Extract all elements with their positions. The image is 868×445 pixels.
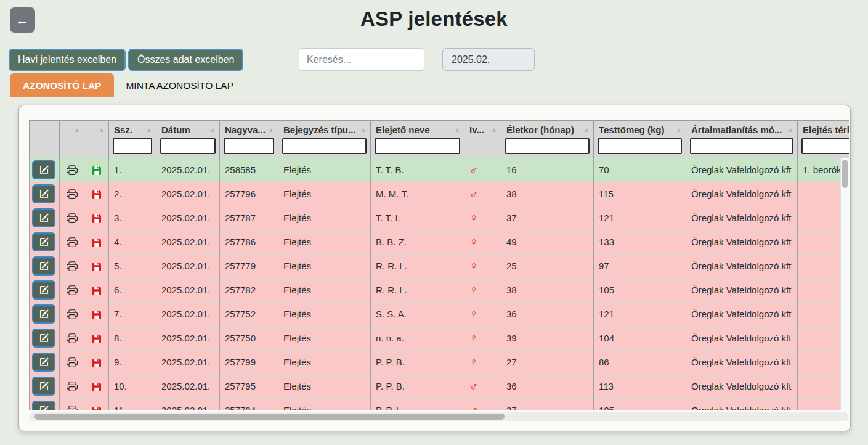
row-edit-button[interactable] xyxy=(32,256,55,276)
table-row: 4.2025.02.01.257786ElejtésB. B. Z.♀49133… xyxy=(30,230,850,254)
cell-save xyxy=(84,302,109,326)
vertical-scrollbar-thumb[interactable] xyxy=(842,160,848,188)
floppy-save-icon[interactable] xyxy=(92,212,102,223)
row-edit-button[interactable] xyxy=(32,377,55,396)
column-header-terkep[interactable]: Elejtés térké▲ xyxy=(798,121,850,138)
cell-print xyxy=(60,230,84,254)
column-header-testtomeg[interactable]: Testtömeg (kg)▲ xyxy=(594,121,686,138)
row-edit-button[interactable] xyxy=(32,232,55,251)
printer-icon[interactable] xyxy=(67,356,78,368)
report-table: ▲▲Ssz.▲Dátum▲Nagyva...▲Bejegyzés típu...… xyxy=(29,120,849,410)
column-header-tipus[interactable]: Bejegyzés típu...▲ xyxy=(278,121,371,138)
row-edit-button[interactable] xyxy=(32,353,55,372)
column-header-ssz[interactable]: Ssz.▲ xyxy=(109,121,156,138)
pencil-square-icon xyxy=(39,333,49,343)
column-header-nagyvad[interactable]: Nagyva...▲ xyxy=(220,121,278,138)
column-header-eletkor[interactable]: Életkor (hónap)▲ xyxy=(501,121,594,138)
row-edit-button[interactable] xyxy=(32,208,55,227)
cell-eletkor: 49 xyxy=(501,230,594,254)
floppy-save-icon[interactable] xyxy=(92,164,102,175)
column-header-datum[interactable]: Dátum▲ xyxy=(156,121,220,138)
row-edit-button[interactable] xyxy=(32,280,55,300)
printer-icon[interactable] xyxy=(67,380,78,392)
cell-nev: B. B. Z. xyxy=(371,230,464,254)
table-row: 6.2025.02.01.257782ElejtésR. R. L.♀38105… xyxy=(30,278,850,302)
cell-save xyxy=(84,158,109,182)
printer-icon[interactable] xyxy=(67,236,78,248)
cell-eletkor: 36 xyxy=(501,374,594,398)
female-gender-icon: ♀ xyxy=(469,235,478,248)
tab-minta-azonosito-lap[interactable]: MINTA AZONOSÍTÓ LAP xyxy=(114,73,245,97)
all-data-excel-button[interactable]: Összes adat excelben xyxy=(128,49,243,71)
column-header-save[interactable]: ▲ xyxy=(84,121,109,138)
floppy-save-icon[interactable] xyxy=(92,356,102,367)
cell-edit xyxy=(30,182,60,206)
row-edit-button[interactable] xyxy=(32,304,55,324)
male-gender-icon: ♂ xyxy=(469,380,478,393)
filter-cell-save xyxy=(84,138,109,158)
column-header-nev[interactable]: Elejető neve▲ xyxy=(371,121,464,138)
floppy-save-icon[interactable] xyxy=(92,332,102,343)
column-header-artalmatlanitas[interactable]: Ártalmatlanítás mó...▲ xyxy=(686,121,798,138)
printer-icon[interactable] xyxy=(67,164,78,176)
printer-icon[interactable] xyxy=(67,284,78,296)
cell-eletkor: 37 xyxy=(501,398,594,410)
female-gender-icon: ♀ xyxy=(469,356,478,369)
filter-input-tipus[interactable] xyxy=(282,138,367,154)
cell-testtomeg: 133 xyxy=(594,230,686,254)
cell-ssz: 7. xyxy=(109,302,156,326)
printer-icon[interactable] xyxy=(67,404,78,410)
floppy-save-icon[interactable] xyxy=(92,308,102,319)
search-input[interactable] xyxy=(299,48,424,71)
sort-asc-icon: ▲ xyxy=(96,126,105,133)
filter-input-eletkor[interactable] xyxy=(505,138,590,154)
table-row: 8.2025.02.01.257750Elejtésn. n. a.♀39104… xyxy=(30,326,850,350)
floppy-save-icon[interactable] xyxy=(92,284,102,295)
row-edit-button[interactable] xyxy=(32,329,55,348)
sort-asc-icon: ▲ xyxy=(207,126,216,133)
cell-nev: P. P. B. xyxy=(371,350,464,374)
filter-input-artalmatlanitas[interactable] xyxy=(690,138,793,154)
floppy-save-icon[interactable] xyxy=(92,404,102,410)
column-header-ivar[interactable]: Iv...▲ xyxy=(464,121,501,138)
printer-icon[interactable] xyxy=(67,212,78,224)
pencil-square-icon xyxy=(39,261,49,271)
printer-icon[interactable] xyxy=(67,308,78,320)
cell-datum: 2025.02.01. xyxy=(156,350,220,374)
sort-asc-icon: ▲ xyxy=(452,126,460,133)
filter-input-testtomeg[interactable] xyxy=(598,138,682,154)
filter-input-nagyvad[interactable] xyxy=(224,138,274,154)
floppy-save-icon[interactable] xyxy=(92,236,102,247)
floppy-save-icon[interactable] xyxy=(92,380,102,391)
tab-azonosito-lap[interactable]: AZONOSÍTÓ LAP xyxy=(10,73,114,97)
printer-icon[interactable] xyxy=(67,260,78,272)
page-title: ASP jelentések xyxy=(0,7,868,31)
floppy-save-icon[interactable] xyxy=(92,260,102,271)
cell-datum: 2025.02.01. xyxy=(156,254,220,278)
cell-tipus: Elejtés xyxy=(278,254,371,278)
cell-print xyxy=(60,374,84,398)
month-field[interactable] xyxy=(442,48,535,71)
horizontal-scrollbar[interactable] xyxy=(29,412,849,421)
monthly-report-excel-button[interactable]: Havi jelentés excelben xyxy=(9,49,126,71)
row-edit-button[interactable] xyxy=(32,184,55,203)
row-edit-button[interactable] xyxy=(32,401,55,410)
column-header-print[interactable]: ▲ xyxy=(60,121,84,138)
filter-input-datum[interactable] xyxy=(160,138,216,154)
row-edit-button[interactable] xyxy=(32,160,55,179)
cell-testtomeg: 97 xyxy=(594,254,686,278)
filter-input-ssz[interactable] xyxy=(113,138,152,154)
cell-eletkor: 27 xyxy=(501,350,594,374)
filter-input-nev[interactable] xyxy=(375,138,460,154)
vertical-scrollbar[interactable] xyxy=(840,158,849,410)
printer-icon[interactable] xyxy=(67,188,78,200)
floppy-save-icon[interactable] xyxy=(92,188,102,199)
cell-edit xyxy=(30,158,60,182)
cell-ivar: ♀ xyxy=(464,254,501,278)
horizontal-scrollbar-thumb[interactable] xyxy=(34,414,505,420)
cell-ivar: ♀ xyxy=(464,350,501,374)
filter-input-terkep[interactable] xyxy=(801,138,849,154)
female-gender-icon: ♀ xyxy=(469,284,478,296)
printer-icon[interactable] xyxy=(67,332,78,344)
cell-datum: 2025.02.01. xyxy=(156,230,220,254)
